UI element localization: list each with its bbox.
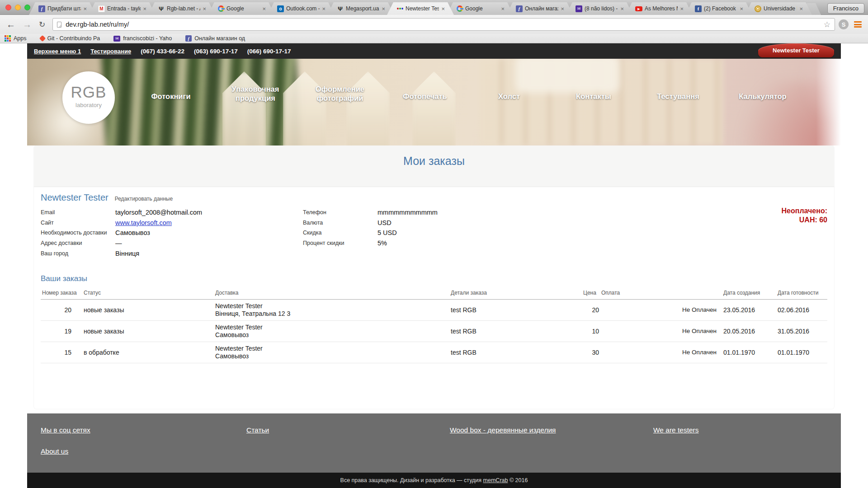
f-purple-icon xyxy=(185,35,192,42)
tab-close-icon[interactable] xyxy=(382,6,385,12)
browser-tab[interactable]: As Melhores M xyxy=(626,2,693,15)
browser-tab[interactable]: Rgb-lab.net - A xyxy=(148,2,215,15)
address-bar[interactable]: dev.rgb-lab.net/ru/my/ xyxy=(52,18,835,31)
page-title: Мои заказы xyxy=(34,155,834,168)
apps-shortcut[interactable]: Apps xyxy=(5,35,27,42)
site-logo[interactable]: RGB laboratory xyxy=(62,71,115,124)
tab-title: Rgb-lab.net - A xyxy=(167,5,200,12)
field-value: USD xyxy=(377,218,538,228)
nav-item-calculator[interactable]: Калькулятор xyxy=(715,92,810,101)
copyright-year: © 2016 xyxy=(508,477,528,483)
order-payment-status: Не Оплачен xyxy=(601,342,717,363)
profile-fields-right: Телефонmmmmmmmmmmm ВалютаUSD Скидка5 USD… xyxy=(303,207,538,249)
tab-close-icon[interactable] xyxy=(322,6,326,12)
field-value: Вінниця xyxy=(115,249,303,259)
browser-tab[interactable]: (2) Facebook xyxy=(685,2,752,15)
tab-title: Google xyxy=(226,5,260,12)
browser-tab[interactable]: Придбати шта xyxy=(29,2,96,15)
google-icon xyxy=(456,5,463,12)
footer-link-woodbox[interactable]: Wood box - деревянные изделия xyxy=(450,426,556,434)
nav-item-photo-framing[interactable]: Оформление фотографий xyxy=(292,84,387,103)
order-details: test RGB xyxy=(448,320,579,342)
bookmark-star-icon[interactable] xyxy=(824,20,830,29)
tab-close-icon[interactable] xyxy=(441,6,445,12)
tab-close-icon[interactable] xyxy=(740,6,743,12)
bookmark-item[interactable]: franciscobizi - Yaho xyxy=(113,35,172,42)
order-ready-date: 01.01.1970 xyxy=(769,342,827,363)
memcrab-link[interactable]: memCrab xyxy=(483,477,508,483)
website-link[interactable]: www.taylorsoft.com xyxy=(115,218,303,228)
tab-close-icon[interactable] xyxy=(83,6,87,12)
bookmark-item[interactable]: Git - Contribuindo Pa xyxy=(40,35,100,42)
tab-close-icon[interactable] xyxy=(799,6,803,12)
apps-label: Apps xyxy=(14,35,27,42)
minimize-window-icon[interactable] xyxy=(15,5,21,10)
back-icon[interactable] xyxy=(6,19,15,30)
browser-profile-button[interactable]: Francisco xyxy=(827,3,864,14)
browser-chrome: Придбати шта Entrada - taylor Rgb-lab.ne… xyxy=(0,0,868,43)
browser-tab[interactable]: Entrada - taylor xyxy=(89,2,156,15)
field-value: 5% xyxy=(377,238,538,249)
nav-item-canvas[interactable]: Холст xyxy=(462,92,557,101)
footer-link-testers[interactable]: We are testers xyxy=(653,426,699,434)
column-header: Доставка xyxy=(212,290,448,300)
order-payment-status: Не Оплачен xyxy=(601,299,717,320)
page-icon xyxy=(57,22,61,28)
nav-item-contacts[interactable]: Контакты xyxy=(546,92,641,101)
nav-item-testing[interactable]: Тестування xyxy=(631,92,726,101)
window-controls xyxy=(5,5,30,10)
profile-name: Newtester Tester xyxy=(41,192,108,203)
tab-title: (8 não lidos) - f xyxy=(585,5,618,12)
f-purple-icon xyxy=(38,5,45,12)
order-row[interactable]: 19 новые заказы Newtester TesterСамовыво… xyxy=(41,320,827,342)
nav-item-photo-print[interactable]: Фотопечать xyxy=(377,92,472,101)
edit-profile-link[interactable]: Редактировать данные xyxy=(115,196,173,202)
browser-tab[interactable]: Megasport.ua - xyxy=(327,2,394,15)
field-label: Сайт xyxy=(41,218,115,228)
bookmark-item[interactable]: Онлайн магазин од xyxy=(185,35,245,42)
nav-item-packaging[interactable]: Упаковочная продукция xyxy=(208,84,303,103)
user-account-button[interactable]: Newtester Tester xyxy=(758,43,834,57)
skype-extension-icon[interactable] xyxy=(839,19,849,29)
footer-link-about[interactable]: About us xyxy=(41,447,68,455)
profile-fields-left: Emailtaylorsoft_2008@hotmail.com Сайтwww… xyxy=(41,207,303,259)
browser-tab[interactable]: Онлайн магази xyxy=(506,2,573,15)
site-glyph-icon xyxy=(158,5,165,12)
tabs: Придбати шта Entrada - taylor Rgb-lab.ne… xyxy=(29,2,821,15)
tab-close-icon[interactable] xyxy=(561,6,564,12)
browser-tab[interactable]: (8 não lidos) - f xyxy=(566,2,633,15)
tab-close-icon[interactable] xyxy=(143,6,146,12)
forward-icon[interactable] xyxy=(23,19,32,30)
field-value: mmmmmmmmmmm xyxy=(377,207,538,218)
order-payment-status: Не Оплачен xyxy=(601,320,717,342)
tab-close-icon[interactable] xyxy=(501,6,505,12)
tab-close-icon[interactable] xyxy=(620,6,624,12)
browser-tab[interactable]: Google xyxy=(208,2,275,15)
phone-number: (063) 690-17-17 xyxy=(194,48,238,55)
order-price: 20 xyxy=(579,299,601,320)
footer-link-articles[interactable]: Статьи xyxy=(246,426,269,434)
order-price: 30 xyxy=(579,342,601,363)
chrome-menu-icon[interactable] xyxy=(854,20,862,29)
browser-tab[interactable]: Universidade L xyxy=(745,2,812,15)
tab-close-icon[interactable] xyxy=(262,6,266,12)
content-card: Мои заказы Newtester Tester Редактироват… xyxy=(34,145,834,409)
copyright-bar: Все права защищены. Дизайн и разработка … xyxy=(27,473,841,488)
yahoo-mail-icon xyxy=(113,36,120,42)
reload-icon[interactable] xyxy=(39,20,45,29)
tab-close-icon[interactable] xyxy=(680,6,684,12)
order-row[interactable]: 20 новые заказы Newtester TesterВінниця,… xyxy=(41,299,827,320)
rgb-dots-icon xyxy=(396,5,403,12)
browser-tab-active[interactable]: Newtester Test xyxy=(387,2,454,15)
nav-item-photobooks[interactable]: Фотокниги xyxy=(123,92,218,101)
top-menu-link[interactable]: Тестирование xyxy=(90,48,131,55)
order-row[interactable]: 15 в обработке Newtester TesterСамовывоз… xyxy=(41,342,827,363)
unpaid-amount: UAH: 60 xyxy=(781,216,827,225)
browser-tab[interactable]: Google xyxy=(447,2,514,15)
browser-tab[interactable]: Outlook.com - t xyxy=(268,2,335,15)
tab-close-icon[interactable] xyxy=(203,6,206,12)
footer-link-social[interactable]: Мы в соц сетях xyxy=(41,426,90,434)
top-menu-link[interactable]: Верхнее меню 1 xyxy=(34,48,81,55)
url-text[interactable]: dev.rgb-lab.net/ru/my/ xyxy=(66,21,824,28)
close-window-icon[interactable] xyxy=(5,5,11,10)
